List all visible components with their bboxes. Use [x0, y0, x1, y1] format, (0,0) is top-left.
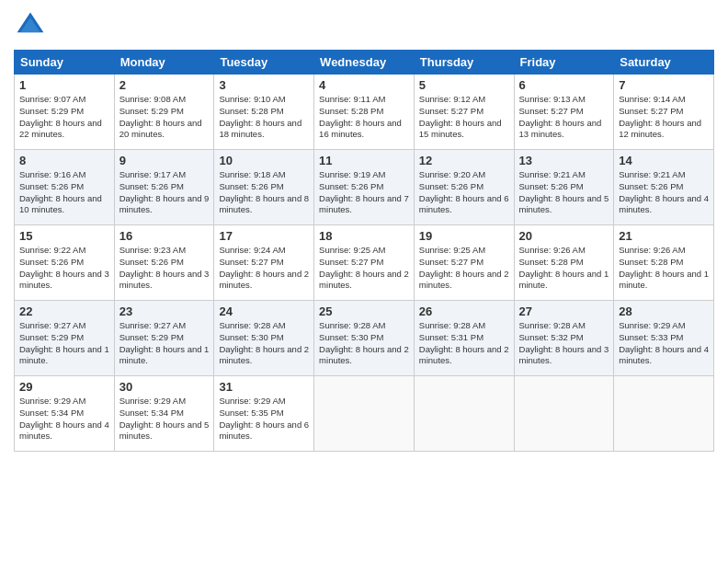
calendar-cell: 30Sunrise: 9:29 AMSunset: 5:34 PMDayligh…: [114, 376, 214, 452]
calendar-cell: [514, 376, 614, 452]
calendar-cell: 19Sunrise: 9:25 AMSunset: 5:27 PMDayligh…: [414, 225, 514, 301]
day-number: 5: [419, 78, 509, 92]
day-number: 2: [119, 78, 210, 92]
day-header-thursday: Thursday: [414, 51, 514, 75]
cell-info: Sunrise: 9:21 AMSunset: 5:26 PMDaylight:…: [619, 169, 709, 214]
day-number: 25: [319, 304, 409, 318]
calendar-cell: [414, 376, 514, 452]
page-container: SundayMondayTuesdayWednesdayThursdayFrid…: [0, 0, 728, 563]
day-number: 15: [19, 229, 109, 243]
cell-info: Sunrise: 9:28 AMSunset: 5:31 PMDaylight:…: [419, 320, 509, 365]
day-number: 16: [119, 229, 210, 243]
cell-info: Sunrise: 9:26 AMSunset: 5:28 PMDaylight:…: [519, 245, 609, 290]
day-number: 28: [619, 304, 709, 318]
cell-info: Sunrise: 9:27 AMSunset: 5:29 PMDaylight:…: [19, 320, 109, 365]
cell-info: Sunrise: 9:29 AMSunset: 5:34 PMDaylight:…: [19, 396, 109, 441]
logo: [14, 9, 51, 42]
cell-info: Sunrise: 9:25 AMSunset: 5:27 PMDaylight:…: [419, 245, 509, 290]
calendar-cell: 10Sunrise: 9:18 AMSunset: 5:26 PMDayligh…: [214, 150, 314, 225]
day-number: 10: [219, 154, 309, 167]
day-number: 20: [519, 229, 609, 243]
calendar-week-3: 15Sunrise: 9:22 AMSunset: 5:26 PMDayligh…: [15, 225, 714, 301]
cell-info: Sunrise: 9:17 AMSunset: 5:26 PMDaylight:…: [119, 169, 210, 214]
day-number: 4: [319, 78, 409, 92]
day-number: 21: [619, 229, 709, 243]
calendar-cell: 14Sunrise: 9:21 AMSunset: 5:26 PMDayligh…: [614, 150, 714, 225]
calendar-cell: 17Sunrise: 9:24 AMSunset: 5:27 PMDayligh…: [214, 225, 314, 301]
calendar-week-4: 22Sunrise: 9:27 AMSunset: 5:29 PMDayligh…: [15, 301, 714, 376]
day-number: 13: [519, 154, 609, 167]
calendar-table: SundayMondayTuesdayWednesdayThursdayFrid…: [14, 50, 714, 452]
cell-info: Sunrise: 9:29 AMSunset: 5:34 PMDaylight:…: [119, 396, 210, 441]
cell-info: Sunrise: 9:23 AMSunset: 5:26 PMDaylight:…: [119, 245, 210, 290]
day-number: 18: [319, 229, 409, 243]
day-number: 3: [219, 78, 309, 92]
cell-info: Sunrise: 9:14 AMSunset: 5:27 PMDaylight:…: [619, 94, 701, 139]
calendar-week-2: 8Sunrise: 9:16 AMSunset: 5:26 PMDaylight…: [15, 150, 714, 225]
day-number: 1: [19, 78, 109, 92]
day-number: 31: [219, 380, 309, 394]
day-number: 24: [219, 304, 309, 318]
calendar-cell: 18Sunrise: 9:25 AMSunset: 5:27 PMDayligh…: [314, 225, 415, 301]
calendar-week-1: 1Sunrise: 9:07 AMSunset: 5:29 PMDaylight…: [15, 75, 714, 150]
logo-icon: [14, 9, 47, 42]
cell-info: Sunrise: 9:20 AMSunset: 5:26 PMDaylight:…: [419, 169, 509, 214]
calendar-cell: 15Sunrise: 9:22 AMSunset: 5:26 PMDayligh…: [15, 225, 115, 301]
cell-info: Sunrise: 9:22 AMSunset: 5:26 PMDaylight:…: [19, 245, 109, 290]
day-number: 19: [419, 229, 509, 243]
calendar-cell: 11Sunrise: 9:19 AMSunset: 5:26 PMDayligh…: [314, 150, 415, 225]
calendar-cell: 13Sunrise: 9:21 AMSunset: 5:26 PMDayligh…: [514, 150, 614, 225]
cell-info: Sunrise: 9:13 AMSunset: 5:27 PMDaylight:…: [519, 94, 602, 139]
cell-info: Sunrise: 9:16 AMSunset: 5:26 PMDaylight:…: [19, 169, 102, 214]
day-number: 29: [19, 380, 109, 394]
calendar-cell: 22Sunrise: 9:27 AMSunset: 5:29 PMDayligh…: [15, 301, 115, 376]
calendar-cell: 9Sunrise: 9:17 AMSunset: 5:26 PMDaylight…: [114, 150, 214, 225]
day-number: 17: [219, 229, 309, 243]
calendar-cell: 8Sunrise: 9:16 AMSunset: 5:26 PMDaylight…: [15, 150, 115, 225]
calendar-cell: 4Sunrise: 9:11 AMSunset: 5:28 PMDaylight…: [314, 75, 415, 150]
cell-info: Sunrise: 9:08 AMSunset: 5:29 PMDaylight:…: [119, 94, 202, 139]
day-number: 14: [619, 154, 709, 167]
day-header-saturday: Saturday: [614, 51, 714, 75]
calendar-cell: 6Sunrise: 9:13 AMSunset: 5:27 PMDaylight…: [514, 75, 614, 150]
cell-info: Sunrise: 9:24 AMSunset: 5:27 PMDaylight:…: [219, 245, 309, 290]
day-number: 6: [519, 78, 609, 92]
calendar-cell: 23Sunrise: 9:27 AMSunset: 5:29 PMDayligh…: [114, 301, 214, 376]
calendar-week-5: 29Sunrise: 9:29 AMSunset: 5:34 PMDayligh…: [15, 376, 714, 452]
cell-info: Sunrise: 9:07 AMSunset: 5:29 PMDaylight:…: [19, 94, 102, 139]
day-header-sunday: Sunday: [15, 51, 115, 75]
day-header-wednesday: Wednesday: [314, 51, 415, 75]
cell-info: Sunrise: 9:12 AMSunset: 5:27 PMDaylight:…: [419, 94, 502, 139]
day-number: 30: [119, 380, 210, 394]
day-number: 27: [519, 304, 609, 318]
calendar-cell: 2Sunrise: 9:08 AMSunset: 5:29 PMDaylight…: [114, 75, 214, 150]
calendar-cell: 29Sunrise: 9:29 AMSunset: 5:34 PMDayligh…: [15, 376, 115, 452]
cell-info: Sunrise: 9:25 AMSunset: 5:27 PMDaylight:…: [319, 245, 409, 290]
calendar-cell: 25Sunrise: 9:28 AMSunset: 5:30 PMDayligh…: [314, 301, 415, 376]
cell-info: Sunrise: 9:21 AMSunset: 5:26 PMDaylight:…: [519, 169, 609, 214]
cell-info: Sunrise: 9:29 AMSunset: 5:33 PMDaylight:…: [619, 320, 709, 365]
header: [14, 9, 714, 42]
calendar-cell: 27Sunrise: 9:28 AMSunset: 5:32 PMDayligh…: [514, 301, 614, 376]
cell-info: Sunrise: 9:19 AMSunset: 5:26 PMDaylight:…: [319, 169, 409, 214]
cell-info: Sunrise: 9:11 AMSunset: 5:28 PMDaylight:…: [319, 94, 402, 139]
day-header-friday: Friday: [514, 51, 614, 75]
cell-info: Sunrise: 9:27 AMSunset: 5:29 PMDaylight:…: [119, 320, 210, 365]
calendar-cell: 3Sunrise: 9:10 AMSunset: 5:28 PMDaylight…: [214, 75, 314, 150]
day-number: 12: [419, 154, 509, 167]
cell-info: Sunrise: 9:10 AMSunset: 5:28 PMDaylight:…: [219, 94, 301, 139]
day-header-tuesday: Tuesday: [214, 51, 314, 75]
day-header-monday: Monday: [114, 51, 214, 75]
day-number: 8: [19, 154, 109, 167]
calendar-cell: 26Sunrise: 9:28 AMSunset: 5:31 PMDayligh…: [414, 301, 514, 376]
calendar-cell: 31Sunrise: 9:29 AMSunset: 5:35 PMDayligh…: [214, 376, 314, 452]
cell-info: Sunrise: 9:29 AMSunset: 5:35 PMDaylight:…: [219, 396, 309, 441]
cell-info: Sunrise: 9:28 AMSunset: 5:32 PMDaylight:…: [519, 320, 609, 365]
day-number: 26: [419, 304, 509, 318]
day-number: 11: [319, 154, 409, 167]
calendar-cell: [614, 376, 714, 452]
cell-info: Sunrise: 9:26 AMSunset: 5:28 PMDaylight:…: [619, 245, 709, 290]
calendar-cell: 16Sunrise: 9:23 AMSunset: 5:26 PMDayligh…: [114, 225, 214, 301]
day-number: 7: [619, 78, 709, 92]
calendar-header-row: SundayMondayTuesdayWednesdayThursdayFrid…: [15, 51, 714, 75]
